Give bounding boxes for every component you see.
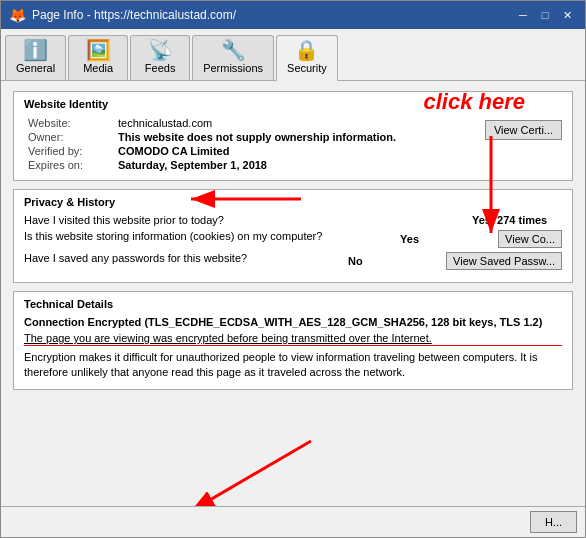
view-passwords-button[interactable]: View Saved Passw... bbox=[446, 252, 562, 270]
permissions-icon: 🔧 bbox=[221, 40, 246, 60]
website-identity-title: Website Identity bbox=[24, 98, 562, 110]
privacy-history-title: Privacy & History bbox=[24, 196, 562, 208]
privacy-question-3: Have I saved any passwords for this webs… bbox=[24, 252, 340, 264]
privacy-answer-2: Yes bbox=[400, 233, 490, 245]
expires-label: Expires on: bbox=[24, 158, 114, 172]
table-row: Expires on: Saturday, September 1, 2018 bbox=[24, 158, 464, 172]
privacy-row-3-inner: No View Saved Passw... bbox=[348, 252, 562, 270]
verified-value: COMODO CA Limited bbox=[114, 144, 464, 158]
title-bar-left: 🦊 Page Info - https://technicalustad.com… bbox=[9, 7, 236, 23]
owner-value: This website does not supply ownership i… bbox=[114, 130, 464, 144]
privacy-answer-1: Yes, 274 times bbox=[472, 214, 562, 226]
window-title: Page Info - https://technicalustad.com/ bbox=[32, 8, 236, 22]
restore-button[interactable]: □ bbox=[535, 6, 555, 24]
tab-security[interactable]: 🔒 Security bbox=[276, 35, 338, 81]
tab-media-label: Media bbox=[83, 62, 113, 74]
tab-media[interactable]: 🖼️ Media bbox=[68, 35, 128, 80]
tab-permissions-label: Permissions bbox=[203, 62, 263, 74]
tab-general-label: General bbox=[16, 62, 55, 74]
table-row: Website: technicalustad.com bbox=[24, 116, 464, 130]
privacy-question-1: Have I visited this website prior to tod… bbox=[24, 214, 464, 226]
title-bar: 🦊 Page Info - https://technicalustad.com… bbox=[1, 1, 585, 29]
svg-line-4 bbox=[191, 441, 311, 506]
tab-feeds[interactable]: 📡 Feeds bbox=[130, 35, 190, 80]
website-label: Website: bbox=[24, 116, 114, 130]
table-row: Verified by: COMODO CA Limited bbox=[24, 144, 464, 158]
general-icon: ℹ️ bbox=[23, 40, 48, 60]
owner-label: Owner: bbox=[24, 130, 114, 144]
close-button[interactable]: ✕ bbox=[557, 6, 577, 24]
help-button[interactable]: H... bbox=[530, 511, 577, 533]
website-value: technicalustad.com bbox=[114, 116, 464, 130]
list-item: Is this website storing information (coo… bbox=[24, 230, 562, 248]
verified-label: Verified by: bbox=[24, 144, 114, 158]
tab-permissions[interactable]: 🔧 Permissions bbox=[192, 35, 274, 80]
table-row: Owner: This website does not supply owne… bbox=[24, 130, 464, 144]
view-cookies-button[interactable]: View Co... bbox=[498, 230, 562, 248]
technical-details-title: Technical Details bbox=[24, 298, 562, 310]
tab-security-label: Security bbox=[287, 62, 327, 74]
identity-table: Website: technicalustad.com Owner: This … bbox=[24, 116, 464, 172]
tab-feeds-label: Feeds bbox=[145, 62, 176, 74]
list-item: Have I saved any passwords for this webs… bbox=[24, 252, 562, 270]
privacy-answer-3: No bbox=[348, 255, 438, 267]
main-window: 🦊 Page Info - https://technicalustad.com… bbox=[0, 0, 586, 538]
firefox-icon: 🦊 bbox=[9, 7, 26, 23]
privacy-history-section: Privacy & History Have I visited this we… bbox=[13, 189, 573, 283]
privacy-question-2: Is this website storing information (coo… bbox=[24, 230, 392, 242]
list-item: Have I visited this website prior to tod… bbox=[24, 214, 562, 226]
tabs-bar: ℹ️ General 🖼️ Media 📡 Feeds 🔧 Permission… bbox=[1, 29, 585, 81]
encrypted-note: The page you are viewing was encrypted b… bbox=[24, 332, 562, 346]
content-area: click here Website Identity bbox=[1, 81, 585, 506]
media-icon: 🖼️ bbox=[86, 40, 111, 60]
tab-general[interactable]: ℹ️ General bbox=[5, 35, 66, 80]
minimize-button[interactable]: ─ bbox=[513, 6, 533, 24]
expires-value: Saturday, September 1, 2018 bbox=[114, 158, 464, 172]
website-identity-section: Website Identity Website: technicalustad… bbox=[13, 91, 573, 181]
feeds-icon: 📡 bbox=[148, 40, 173, 60]
encryption-description: Encryption makes it difficult for unauth… bbox=[24, 350, 562, 381]
privacy-row-2-inner: Yes View Co... bbox=[400, 230, 562, 248]
connection-info: Connection Encrypted (TLS_ECDHE_ECDSA_WI… bbox=[24, 316, 562, 328]
view-cert-button[interactable]: View Certi... bbox=[485, 120, 562, 140]
security-icon: 🔒 bbox=[294, 40, 319, 60]
window-controls: ─ □ ✕ bbox=[513, 6, 577, 24]
bottom-buttons-bar: H... bbox=[1, 506, 585, 537]
technical-details-section: Technical Details Connection Encrypted (… bbox=[13, 291, 573, 390]
